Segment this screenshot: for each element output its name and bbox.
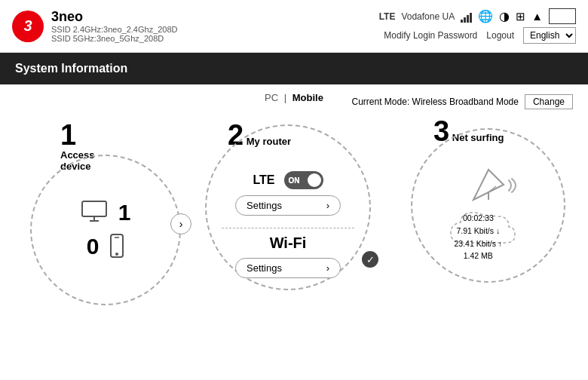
step3-area: 3 Net surfing bbox=[411, 128, 565, 283]
wifi-settings-button[interactable]: Settings › bbox=[235, 258, 341, 278]
brand-name: 3neo bbox=[51, 9, 178, 25]
header-right: LTE Vodafone UA 🌐 ◑ ⊞ ▲ Modify Login Pas… bbox=[379, 8, 576, 44]
main-content: PC | Mobile Current Mode: Wireless Broad… bbox=[0, 84, 588, 373]
ssid2: SSID 5GHz:3neo_5Ghz_208D bbox=[51, 34, 178, 43]
lte-settings-button[interactable]: Settings › bbox=[235, 195, 341, 216]
paper-plane-icon bbox=[470, 166, 507, 204]
contrast-icon: ◑ bbox=[499, 9, 510, 23]
mobile-view-link[interactable]: Mobile bbox=[292, 92, 323, 103]
svg-point-4 bbox=[115, 253, 118, 256]
dashed-separator bbox=[222, 228, 354, 228]
wifi-icon: ▲ bbox=[531, 10, 543, 23]
wifi-arcs-icon bbox=[506, 172, 521, 198]
brand-info: 3neo SSID 2.4GHz:3neo_2.4Ghz_208D SSID 5… bbox=[51, 9, 178, 43]
desktop-count: 1 bbox=[118, 200, 131, 225]
battery-icon bbox=[549, 8, 576, 24]
mobile-count: 0 bbox=[87, 234, 100, 259]
header: 3 3neo SSID 2.4GHz:3neo_2.4Ghz_208D SSID… bbox=[0, 0, 588, 53]
wifi-label: Wi-Fi bbox=[207, 234, 369, 252]
signal-icon bbox=[461, 11, 472, 23]
logout-link[interactable]: Logout bbox=[486, 30, 514, 41]
session-time: 00:02:33 bbox=[455, 212, 503, 225]
lte-toggle[interactable]: ON bbox=[284, 171, 323, 189]
mode-bar: Current Mode: Wireless Broadband Mode Ch… bbox=[352, 94, 573, 109]
phone-icon bbox=[109, 233, 124, 259]
status-bar: LTE Vodafone UA 🌐 ◑ ⊞ ▲ bbox=[379, 8, 576, 24]
grid-icon: ⊞ bbox=[516, 10, 525, 23]
logo-area: 3 3neo SSID 2.4GHz:3neo_2.4Ghz_208D SSID… bbox=[12, 9, 178, 43]
lte-indicator: LTE bbox=[379, 11, 396, 22]
provider-name: Vodafone UA bbox=[401, 11, 455, 22]
current-mode-label: Current Mode: Wireless Broadband Mode bbox=[352, 97, 519, 107]
down-speed: 7.91 Kbit/s ↓ bbox=[455, 225, 503, 238]
view-toggle: PC | Mobile bbox=[265, 92, 323, 103]
desktop-icon bbox=[81, 200, 108, 222]
nav-bar: Modify Login Password Logout English bbox=[384, 27, 576, 44]
step2-circle: LTE ON Settings › Wi-Fi bbox=[205, 124, 371, 290]
brand-logo: 3 bbox=[12, 11, 44, 42]
change-mode-button[interactable]: Change bbox=[525, 94, 573, 109]
step1-circle: 1 0 bbox=[30, 155, 181, 305]
svg-rect-0 bbox=[82, 201, 106, 216]
step3-circle: 00:02:33 7.91 Kbit/s ↓ 23.41 Kbit/s ↑ 1.… bbox=[411, 128, 565, 283]
step1-arrow-button[interactable]: › bbox=[170, 213, 191, 234]
checkmark-badge: ✓ bbox=[362, 251, 378, 268]
toggle-label: ON bbox=[289, 176, 300, 185]
data-used: 1.42 MB bbox=[455, 250, 503, 262]
section-title: System Information bbox=[0, 53, 588, 84]
language-select[interactable]: English bbox=[523, 27, 576, 44]
pc-view-link[interactable]: PC bbox=[265, 92, 278, 103]
toggle-knob bbox=[308, 173, 321, 187]
up-speed: 23.41 Kbit/s ↑ bbox=[455, 238, 503, 250]
modify-password-link[interactable]: Modify Login Password bbox=[384, 30, 477, 41]
lte-row: LTE ON bbox=[207, 171, 369, 189]
settings2-arrow-icon: › bbox=[326, 262, 329, 274]
settings1-arrow-icon: › bbox=[326, 200, 329, 211]
step1-number: 1 bbox=[60, 119, 76, 151]
diagram: 1 Access device 1 bbox=[15, 117, 573, 358]
step2-area: 2 My router LTE ON Settings › bbox=[205, 124, 371, 290]
ssid1: SSID 2.4GHz:3neo_2.4Ghz_208D bbox=[51, 25, 178, 34]
lte-label: LTE bbox=[253, 173, 274, 187]
globe-icon: 🌐 bbox=[478, 9, 493, 23]
